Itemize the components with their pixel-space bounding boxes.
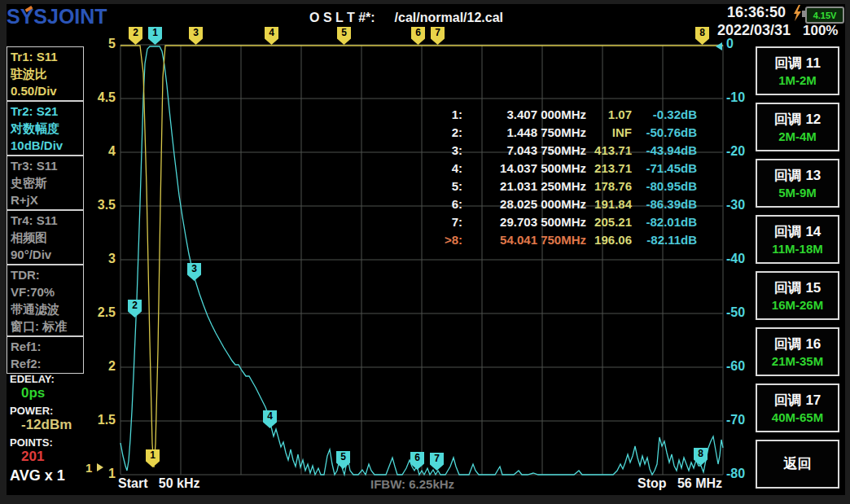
- marker-number: 7:: [391, 215, 462, 229]
- recall-button-13[interactable]: 回调 135M-9M: [756, 159, 839, 208]
- marker-table-row: 4:14.037 500MHz213.71-71.45dB: [391, 159, 697, 177]
- menu-button-title: 回调 14: [774, 223, 822, 241]
- menu-button-range: 40M-65M: [772, 410, 823, 425]
- recall-button-15[interactable]: 回调 1516M-26M: [756, 271, 839, 320]
- menu-button-range: 16M-26M: [772, 297, 823, 313]
- marker-frequency: 3.407 000MHz: [462, 107, 586, 121]
- marker-value-1: 191.84: [586, 197, 632, 211]
- marker-value-1: INF: [586, 125, 632, 139]
- recall-button-16[interactable]: 回调 1621M-35M: [756, 327, 839, 376]
- menu-button-title: 返回: [784, 455, 812, 473]
- recall-button-17[interactable]: 回调 1740M-65M: [756, 383, 839, 432]
- left-axis-tick: 2: [81, 359, 116, 374]
- menu-button-title: 回调 17: [774, 392, 822, 410]
- left-axis-tick: 3.5: [81, 198, 116, 213]
- swr-ref-level-value: 1: [85, 461, 92, 475]
- marker-value-2: -80.95dB: [632, 179, 697, 193]
- menu-button-range: 2M-4M: [778, 129, 817, 144]
- menu-button-title: 回调 15: [774, 279, 822, 297]
- marker-value-2: -86.39dB: [632, 197, 697, 211]
- marker-table-row: 3:7.043 750MHz413.71-43.94dB: [391, 141, 697, 159]
- marker-table-row: 7:29.703 500MHz205.21-82.01dB: [391, 213, 697, 230]
- marker-value-1: 213.71: [586, 161, 632, 175]
- marker-table-row: >8:54.041 750MHz196.06-82.11dB: [391, 230, 697, 248]
- recall-button-14[interactable]: 回调 1411M-18M: [756, 215, 839, 264]
- marker-table-row: 2:1.448 750MHzINF-50.76dB: [391, 123, 697, 141]
- s21-ref-arrow-icon: [716, 42, 722, 50]
- marker-table-row: 5:21.031 250MHz178.76-80.95dB: [391, 177, 697, 195]
- marker-frequency: 1.448 750MHz: [462, 125, 586, 139]
- marker-number: 4:: [391, 161, 462, 175]
- marker-value-1: 205.21: [586, 215, 632, 229]
- menu-button-title: 回调 13: [774, 167, 822, 185]
- marker-value-2: -50.76dB: [632, 125, 697, 139]
- marker-frequency: 7.043 750MHz: [462, 143, 586, 157]
- marker-number: 2:: [391, 125, 462, 139]
- marker-number: 5:: [391, 179, 462, 193]
- recall-button-12[interactable]: 回调 122M-4M: [756, 103, 839, 151]
- marker-value-1: 1.07: [586, 107, 632, 121]
- marker-readout-table: 1:3.407 000MHz1.07-0.32dB2:1.448 750MHzI…: [391, 105, 697, 248]
- menu-button-range: 1M-2M: [778, 72, 817, 88]
- marker-frequency: 54.041 750MHz: [462, 233, 586, 247]
- left-axis-tick: 3: [81, 252, 116, 266]
- marker-value-2: -82.01dB: [632, 215, 697, 229]
- left-axis-tick: 1.5: [81, 413, 116, 427]
- marker-frequency: 21.031 250MHz: [462, 179, 586, 193]
- marker-value-2: -43.94dB: [632, 143, 697, 157]
- marker-number: 1:: [391, 107, 462, 121]
- plot-grid-and-traces: [0, 0, 850, 504]
- marker-number: 3:: [391, 143, 462, 157]
- menu-button-title: 回调 11: [774, 55, 821, 72]
- marker-value-2: -71.45dB: [632, 161, 697, 175]
- ifbw-label: IFBW: 6.25kHz: [370, 477, 454, 491]
- left-axis-tick: 4.5: [81, 90, 116, 105]
- marker-frequency: 29.703 500MHz: [462, 215, 586, 229]
- menu-button-title: 回调 12: [774, 111, 822, 129]
- marker-frequency: 28.025 000MHz: [462, 197, 586, 211]
- marker-frequency: 14.037 500MHz: [462, 161, 586, 175]
- left-axis-tick: 5: [81, 37, 116, 51]
- menu-button-range: 21M-35M: [772, 353, 823, 369]
- marker-table-row: 6:28.025 000MHz191.84-86.39dB: [391, 195, 697, 213]
- marker-number: 6:: [391, 197, 462, 211]
- marker-value-2: -82.11dB: [632, 233, 697, 247]
- sweep-stop-label: Stop 56 MHz: [638, 476, 722, 491]
- swr-ref-arrow-icon: [97, 463, 103, 471]
- marker-value-1: 178.76: [586, 179, 632, 193]
- marker-value-1: 196.06: [586, 233, 632, 247]
- marker-number: >8:: [391, 233, 462, 247]
- sweep-start-label: Start 50 kHz: [118, 476, 199, 491]
- marker-table-row: 1:3.407 000MHz1.07-0.32dB: [391, 105, 697, 123]
- menu-button-title: 回调 16: [774, 335, 822, 353]
- left-axis-tick: 4: [81, 144, 116, 159]
- recall-button-11[interactable]: 回调 111M-2M: [756, 46, 839, 95]
- menu-button-range: 5M-9M: [778, 185, 817, 200]
- left-axis-tick: 2.5: [81, 305, 116, 320]
- back-button[interactable]: 返回: [756, 440, 839, 489]
- marker-value-1: 413.71: [586, 143, 632, 157]
- marker-value-2: -0.32dB: [632, 107, 697, 121]
- menu-button-range: 11M-18M: [772, 241, 823, 256]
